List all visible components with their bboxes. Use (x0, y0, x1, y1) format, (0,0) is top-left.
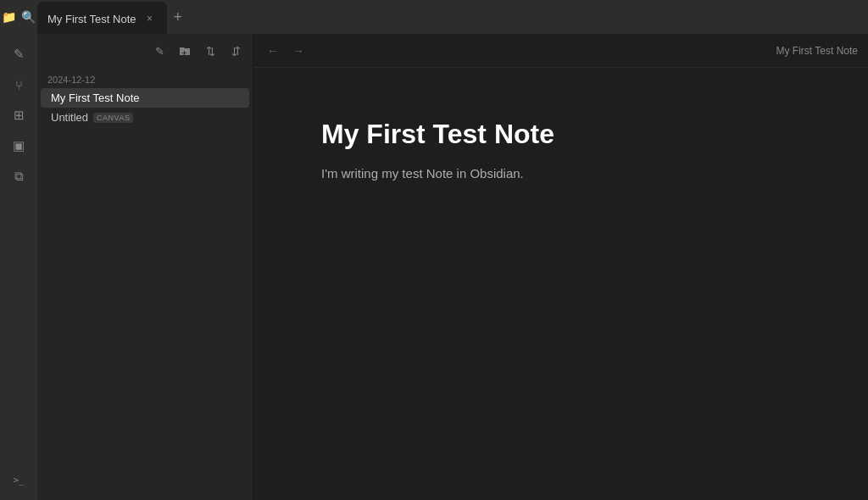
editor-breadcrumb: My First Test Note (314, 45, 858, 57)
editor-content[interactable]: My First Test Note I'm writing my test N… (253, 68, 868, 500)
sidebar-file-list: 2024-12-12 My First Test Note Untitled C… (37, 68, 253, 500)
title-bar: ☰ 📁 🔍 ⚑ My First Test Note × + (0, 0, 868, 34)
file-name: My First Test Note (51, 92, 140, 104)
git-ribbon-icon[interactable]: ⑂ (5, 71, 32, 98)
collapse-button[interactable]: ⇵ (225, 41, 246, 61)
new-note-ribbon-icon[interactable]: ✎ (5, 41, 32, 68)
terminal-ribbon-icon[interactable]: >_ (5, 466, 32, 493)
tab-title: My First Test Note (47, 13, 136, 25)
note-body: I'm writing my test Note in Obsidian. (321, 164, 800, 184)
sort-button[interactable]: ⇅ (200, 41, 220, 61)
file-explorer-sidebar: ✎ ⇅ ⇵ 2024-12-12 My First Test Note Unti… (37, 34, 253, 500)
tab-bar: My First Test Note × + (37, 0, 868, 34)
active-tab[interactable]: My First Test Note × (37, 2, 167, 36)
file-name: Untitled (51, 111, 88, 124)
tab-close-button[interactable]: × (143, 12, 157, 25)
calendar-ribbon-icon[interactable]: ▣ (5, 132, 32, 159)
editor-area: ← → My First Test Note My First Test Not… (253, 34, 868, 500)
nav-forward-button[interactable]: → (289, 41, 308, 61)
nav-back-button[interactable]: ← (264, 41, 282, 61)
new-tab-button[interactable]: + (167, 9, 190, 25)
pages-ribbon-icon[interactable]: ⧉ (5, 163, 32, 190)
main-layout: ✎ ⑂ ⊞ ▣ ⧉ >_ ✎ ⇅ ⇵ 2024-12-12 My First T… (0, 34, 868, 500)
folder-date: 2024-12-12 (37, 71, 253, 88)
sidebar-toolbar: ✎ ⇅ ⇵ (37, 34, 253, 68)
file-item-untitled[interactable]: Untitled CANVAS (41, 108, 249, 127)
canvas-badge: CANVAS (93, 113, 133, 123)
file-item-my-first-test-note[interactable]: My First Test Note (41, 88, 249, 108)
editor-header: ← → My First Test Note (253, 34, 868, 68)
new-folder-button[interactable] (175, 41, 195, 61)
window-controls: ☰ 📁 🔍 ⚑ (0, 10, 37, 24)
note-title: My First Test Note (321, 119, 800, 150)
new-note-button[interactable]: ✎ (149, 41, 170, 61)
search-icon[interactable]: 🔍 (21, 10, 36, 24)
grid-ribbon-icon[interactable]: ⊞ (5, 102, 32, 129)
folder-icon[interactable]: 📁 (2, 10, 16, 24)
ribbon: ✎ ⑂ ⊞ ▣ ⧉ >_ (0, 34, 37, 500)
breadcrumb-text: My First Test Note (776, 45, 858, 57)
